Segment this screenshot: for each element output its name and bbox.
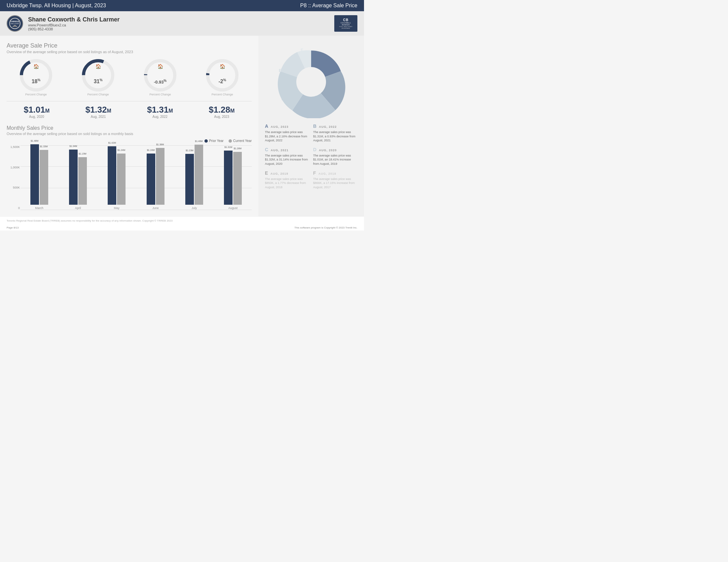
bar-march-prior-label: $1.48M <box>31 140 38 142</box>
left-panel: Average Sale Price Overview of the avera… <box>0 36 258 216</box>
bar-march-current-bar <box>40 150 48 205</box>
bar-july-prior-bar <box>185 154 194 205</box>
pie-legend-e-text: The average sales price was $850K, a 1.7… <box>265 177 309 190</box>
bar-april-current: $1.15M <box>78 157 87 205</box>
svg-text:🏠: 🏠 <box>95 64 101 69</box>
agent-website: www.PowerofBluex2.ca <box>28 23 120 27</box>
pie-legend-a-header: A AUG, 2023 <box>265 123 309 129</box>
bar-march-prior-bar <box>30 144 39 205</box>
price-item-2: $1.32M Aug, 2021 <box>68 105 128 119</box>
legend-current: Current Year <box>229 139 252 143</box>
pie-legend-d: D AUG, 2020 The average sales price was … <box>313 147 357 166</box>
pie-label-c: C <box>326 110 329 115</box>
price-value-4: $1.28M <box>192 105 252 115</box>
donut-row: 🏠 18% Percent Change 🏠 31% Percent Chang… <box>7 59 252 96</box>
right-panel: A B C D E F A AUG, 2023 The average sale… <box>258 36 364 216</box>
pie-legends: A AUG, 2023 The average sales price was … <box>265 123 357 189</box>
donut-4: 🏠 -2% <box>206 59 239 92</box>
bar-pair-may: $1.42M $1.24M <box>108 146 126 205</box>
svg-text:🏠: 🏠 <box>220 64 226 69</box>
donut-1: 🏠 18% <box>19 59 53 92</box>
bar-march-prior: $1.48M <box>30 144 39 205</box>
price-item-1: $1.01M Aug, 2020 <box>7 105 67 119</box>
pie-legend-e: E AUG, 2019 The average sales price was … <box>265 170 309 190</box>
bar-may-prior: $1.42M <box>108 146 116 205</box>
pie-label-f: F <box>301 48 303 53</box>
bar-may-current: $1.24M <box>117 154 126 205</box>
avg-sale-subtitle: Overview of the average selling price ba… <box>7 50 252 54</box>
monthly-title: Monthly Sales Price <box>7 125 252 131</box>
bar-july-current: $1.46M <box>195 145 203 205</box>
svg-text:UXBRIDGE: UXBRIDGE <box>11 20 19 22</box>
bar-august-prior: $1.31M <box>224 151 233 205</box>
copyright-text: This software program is Copyright © 202… <box>294 226 357 229</box>
donut-2-value: 31% <box>94 78 103 85</box>
bar-may-current-bar <box>117 154 126 205</box>
donut-4-label: Percent Change <box>211 93 233 96</box>
header-bar: Uxbridge Twsp. All Housing | August, 202… <box>0 0 364 11</box>
bar-pair-april: $1.34M $1.15M <box>69 150 87 205</box>
legend-prior-label: Prior Year <box>209 139 224 143</box>
bar-june-prior: $1.24M <box>147 154 155 205</box>
donut-1-label: Percent Change <box>25 93 47 96</box>
bar-march-current-label: $1.33M <box>40 145 48 148</box>
bar-april-prior: $1.34M <box>69 150 78 205</box>
header-right: P8 :: Average Sale Price <box>300 3 357 9</box>
legend-current-dot <box>229 139 232 143</box>
bar-august-prior-label: $1.31M <box>225 146 232 148</box>
pie-legend-e-header: E AUG, 2019 <box>265 170 309 176</box>
donut-item-3: 🏠 -0.93% Percent Change <box>131 59 190 96</box>
price-period-3: Aug, 2022 <box>130 115 190 119</box>
agent-name: Shane Coxworth & Chris Larmer <box>28 16 120 23</box>
monthly-subtitle: Overview of the average selling price ba… <box>7 132 252 136</box>
bar-april-current-label: $1.15M <box>79 153 86 155</box>
avg-sale-title: Average Sale Price <box>7 42 252 49</box>
bar-may-current-label: $1.24M <box>118 149 125 151</box>
price-row: $1.01M Aug, 2020 $1.32M Aug, 2021 $1.31M… <box>7 101 252 119</box>
pie-label-b: B <box>340 87 343 92</box>
pie-legend-f-text: The average sales price was $866K, a 17.… <box>313 177 357 190</box>
bar-august-current: $1.28M <box>233 152 242 205</box>
pie-chart-container: A B C D E F <box>265 46 357 118</box>
price-value-3: $1.31M <box>130 105 190 115</box>
price-period-1: Aug, 2020 <box>7 115 67 119</box>
bar-april-prior-bar <box>69 150 78 205</box>
donut-3: 🏠 -0.93% <box>144 59 177 92</box>
y-label-1500: 1,500K <box>7 145 20 149</box>
pie-legend-c-header: C AUG, 2021 <box>265 147 309 153</box>
coldwell-logo: CB COLDWELL BANKER R.M.S. REAL ESTATE BR… <box>334 15 357 32</box>
bar-july-current-label: $1.46M <box>195 140 202 142</box>
price-value-1: $1.01M <box>7 105 67 115</box>
bar-may-prior-label: $1.42M <box>108 142 116 144</box>
agent-text: Shane Coxworth & Chris Larmer www.Powero… <box>28 16 120 31</box>
donut-3-value: -0.93% <box>154 79 167 85</box>
bar-june-prior-bar <box>147 154 155 205</box>
bar-august-current-bar <box>233 152 242 205</box>
bar-april-prior-label: $1.34M <box>69 145 77 147</box>
y-label-0: 0 <box>7 206 20 210</box>
agent-logo-icon: UXBRIDGE REAL ESTATE <box>7 15 23 32</box>
agent-phone: (905) 852-4338 <box>28 27 120 31</box>
pie-legend-c-text: The average sales price was $1.32M, a 31… <box>265 154 309 166</box>
donut-3-label: Percent Change <box>149 93 171 96</box>
pie-label-d: D <box>281 96 284 101</box>
donut-item-1: 🏠 18% Percent Change <box>7 59 65 96</box>
price-value-2: $1.32M <box>68 105 128 115</box>
bar-july-prior: $1.23M <box>185 154 194 205</box>
agent-bar: UXBRIDGE REAL ESTATE Shane Coxworth & Ch… <box>0 11 364 36</box>
bar-pair-august: $1.31M $1.28M <box>224 151 242 205</box>
bar-may-prior-bar <box>108 146 116 205</box>
svg-text:🏠: 🏠 <box>33 64 39 69</box>
bar-june-current: $1.38M <box>156 148 164 205</box>
bar-june-prior-label: $1.24M <box>147 149 155 151</box>
pie-label-a: A <box>324 57 328 62</box>
pie-legend-b: B AUG, 2022 The average sales price was … <box>313 123 357 143</box>
pie-legend-b-header: B AUG, 2022 <box>313 123 357 129</box>
bar-chart-wrapper: 1,500K 1,000K 500K 0 $1.48M <box>7 145 252 210</box>
legend-prior: Prior Year <box>204 139 224 143</box>
y-axis: 1,500K 1,000K 500K 0 <box>7 145 20 210</box>
donut-2: 🏠 31% <box>82 59 115 92</box>
bar-pair-march: $1.48M $1.33M <box>30 144 48 205</box>
page-bar: Page 8/13 This software program is Copyr… <box>0 225 364 231</box>
y-label-500: 500K <box>7 186 20 189</box>
